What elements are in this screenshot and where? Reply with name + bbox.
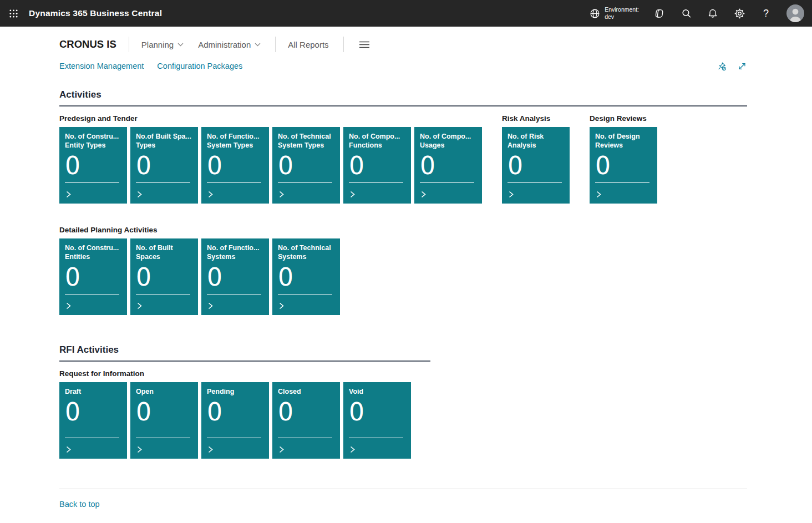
tile-divider bbox=[65, 182, 119, 183]
tile-label-line1: Draft bbox=[65, 387, 121, 396]
expand-button[interactable] bbox=[737, 61, 747, 71]
tile-label-line1: No. of Design bbox=[595, 132, 652, 141]
chevron-right-icon bbox=[277, 302, 286, 310]
chevron-right-icon bbox=[277, 190, 286, 199]
app-launcher-button[interactable] bbox=[0, 0, 27, 27]
chevron-right-icon bbox=[135, 445, 144, 454]
main-content: CRONUS IS Planning Administration All Re… bbox=[0, 35, 812, 522]
nav-item-planning[interactable]: Planning bbox=[141, 40, 184, 49]
chevron-right-icon bbox=[348, 445, 357, 454]
cue-tile[interactable]: Pending 0 bbox=[201, 382, 269, 459]
chevron-right-icon bbox=[595, 190, 603, 199]
chevron-right-icon bbox=[206, 190, 215, 199]
chevron-right-icon bbox=[507, 190, 515, 199]
link-extension-management[interactable]: Extension Management bbox=[59, 62, 144, 70]
tile-value: 0 bbox=[207, 265, 263, 290]
nav-item-label: Administration bbox=[198, 40, 251, 49]
tile-label-line2: Analysis bbox=[507, 141, 564, 150]
chevron-right-icon bbox=[64, 302, 73, 310]
group-predesign-and-tender: Predesign and Tender No. of Constru... E… bbox=[59, 114, 482, 204]
app-title[interactable]: Dynamics 365 Business Central bbox=[29, 8, 162, 18]
tile-divider bbox=[349, 182, 403, 183]
tile-value: 0 bbox=[507, 153, 564, 179]
tile-label-line1: No. of Constru... bbox=[65, 243, 121, 252]
tile-value: 0 bbox=[65, 399, 121, 425]
cue-tile[interactable]: No. of Technical System Types 0 bbox=[272, 127, 340, 204]
section-title: RFI Activities bbox=[59, 344, 747, 356]
cue-tile[interactable]: No. of Compo... Functions 0 bbox=[343, 127, 411, 204]
tile-divider bbox=[65, 294, 119, 294]
divider bbox=[343, 37, 344, 52]
tile-value: 0 bbox=[278, 399, 334, 425]
cue-tile[interactable]: No. of Constru... Entity Types 0 bbox=[59, 127, 127, 204]
chevron-right-icon bbox=[64, 190, 73, 199]
unpin-icon bbox=[717, 61, 727, 72]
cue-tile[interactable]: Open 0 bbox=[130, 382, 198, 459]
tile-value: 0 bbox=[278, 153, 334, 179]
company-name[interactable]: CRONUS IS bbox=[59, 38, 116, 50]
footer-divider bbox=[59, 489, 747, 489]
cue-tile[interactable]: No. of Functio... System Types 0 bbox=[201, 127, 269, 204]
cue-tile[interactable]: No. of Compo... Usages 0 bbox=[414, 127, 482, 204]
notifications-button[interactable] bbox=[707, 7, 719, 19]
cue-tile[interactable]: Closed 0 bbox=[272, 382, 340, 459]
settings-button[interactable] bbox=[733, 7, 745, 19]
divider bbox=[275, 37, 276, 52]
cue-tile[interactable]: Void 0 bbox=[343, 382, 411, 459]
nav-item-administration[interactable]: Administration bbox=[198, 40, 261, 49]
nav-item-all-reports[interactable]: All Reports bbox=[288, 40, 328, 49]
cue-tile[interactable]: Draft 0 bbox=[59, 382, 127, 459]
nav-item-label: All Reports bbox=[288, 40, 328, 49]
group-detailed-planning-activities: Detailed Planning Activities No. of Cons… bbox=[59, 226, 747, 315]
cue-tile[interactable]: No. of Technical Systems 0 bbox=[272, 238, 340, 315]
environment-label: Environment: bbox=[605, 6, 639, 13]
tile-value: 0 bbox=[595, 153, 652, 179]
expand-icon bbox=[737, 61, 747, 72]
section-rfi-activities: RFI Activities Request for Information D… bbox=[59, 344, 747, 459]
tiles-row: No. of Design Reviews 0 bbox=[590, 127, 657, 204]
cue-tile[interactable]: No. of Constru... Entities 0 bbox=[59, 238, 127, 315]
user-avatar[interactable] bbox=[786, 4, 804, 22]
tile-label-line1: No. of Compo... bbox=[349, 132, 405, 141]
tile-label-line2: Systems bbox=[278, 252, 334, 261]
environment-indicator[interactable]: Environment: dev bbox=[589, 6, 639, 21]
help-icon: ? bbox=[763, 8, 769, 19]
chevron-down-icon bbox=[255, 43, 261, 47]
search-icon bbox=[681, 8, 692, 19]
cue-tile[interactable]: No. of Functio... Systems 0 bbox=[201, 238, 269, 315]
group-title: Request for Information bbox=[59, 369, 747, 378]
chevron-right-icon bbox=[64, 445, 73, 454]
back-to-top-link[interactable]: Back to top bbox=[59, 500, 100, 509]
cue-tile[interactable]: No.of Built Spa... Types 0 bbox=[130, 127, 198, 204]
top-bar: Dynamics 365 Business Central Environmen… bbox=[0, 0, 812, 27]
tile-divider bbox=[136, 294, 190, 294]
tile-divider bbox=[278, 182, 332, 183]
tiles-row: Draft 0 Open 0 bbox=[59, 382, 747, 459]
section-activities: Activities Predesign and Tender No. of C… bbox=[59, 89, 747, 315]
copilot-button[interactable] bbox=[653, 7, 666, 19]
group-risk-analysis: Risk Analysis No. of Risk Analysis 0 bbox=[502, 114, 570, 204]
help-button[interactable]: ? bbox=[760, 7, 772, 19]
tile-divider bbox=[420, 182, 474, 183]
chevron-right-icon bbox=[348, 190, 357, 199]
tile-label-line2: Functions bbox=[349, 141, 405, 150]
cue-tile[interactable]: No. of Risk Analysis 0 bbox=[502, 127, 570, 204]
bell-icon bbox=[707, 8, 718, 19]
tile-label-line2: Entity Types bbox=[65, 141, 121, 150]
tiles-row: No. of Constru... Entity Types 0 No.of B… bbox=[59, 127, 482, 204]
waffle-grid-icon bbox=[9, 9, 18, 18]
subnav-links: Extension Management Configuration Packa… bbox=[59, 62, 242, 70]
link-configuration-packages[interactable]: Configuration Packages bbox=[157, 62, 242, 70]
group-title: Design Reviews bbox=[590, 114, 657, 123]
tile-label-line2: Systems bbox=[207, 252, 263, 261]
cue-tile[interactable]: No. of Built Spaces 0 bbox=[130, 238, 198, 315]
tile-divider bbox=[349, 438, 403, 438]
cue-tile[interactable]: No. of Design Reviews 0 bbox=[590, 127, 657, 204]
search-button[interactable] bbox=[680, 7, 692, 19]
tile-label-line1: No. of Technical bbox=[278, 132, 334, 141]
more-menu-button[interactable] bbox=[359, 41, 369, 48]
hamburger-icon bbox=[359, 41, 369, 48]
tile-label-line1: No. of Functio... bbox=[207, 132, 263, 141]
tile-label-line1: No. of Built bbox=[136, 243, 192, 252]
unpin-button[interactable] bbox=[717, 61, 727, 71]
